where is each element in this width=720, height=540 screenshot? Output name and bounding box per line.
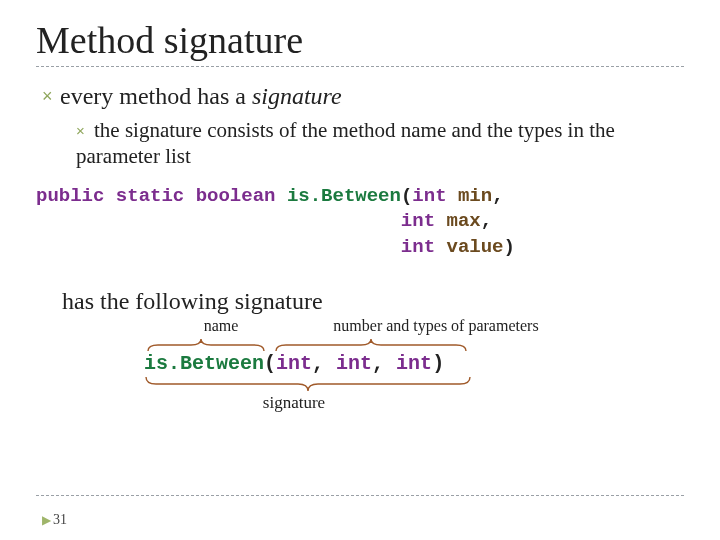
sig-type: int — [396, 352, 432, 375]
bullet2-text: the signature consists of the method nam… — [76, 118, 615, 168]
bullet1-text-pre: every method has a — [60, 83, 252, 109]
code-keyword: boolean — [196, 185, 276, 207]
code-indent — [36, 210, 401, 232]
sig-type: int — [276, 352, 312, 375]
code-keyword: public — [36, 185, 104, 207]
code-param: min — [458, 185, 492, 207]
code-punct: , — [492, 185, 503, 207]
bullet-level2: ×the signature consists of the method na… — [76, 117, 684, 170]
code-type: int — [401, 210, 435, 232]
code-method: is.Between — [287, 185, 401, 207]
sig-method: is.Between — [144, 352, 264, 375]
sub-heading: has the following signature — [62, 288, 684, 315]
footer-divider — [36, 495, 684, 496]
page-arrow-icon: ▶ — [42, 513, 51, 527]
page-number: ▶31 — [42, 512, 67, 528]
title-divider — [36, 66, 684, 67]
bullet-marker-icon: × — [42, 85, 60, 108]
code-type: int — [412, 185, 446, 207]
bottom-brace-icon — [140, 375, 480, 395]
top-braces-icon — [136, 335, 576, 353]
bullet-level1: ×every method has a signature — [42, 81, 684, 111]
page-number-value: 31 — [53, 512, 67, 527]
code-keyword: static — [116, 185, 184, 207]
sig-type: int — [336, 352, 372, 375]
code-indent — [36, 236, 401, 258]
code-punct: , — [481, 210, 492, 232]
code-type: int — [401, 236, 435, 258]
sig-comma: , — [312, 352, 336, 375]
annotation-name-label: name — [156, 317, 286, 335]
slide-title: Method signature — [36, 18, 684, 62]
code-param: value — [446, 236, 503, 258]
annotation-params-label: number and types of parameters — [306, 317, 566, 335]
code-param: max — [446, 210, 480, 232]
code-block: public static boolean is.Between(int min… — [36, 184, 684, 261]
sig-open: ( — [264, 352, 276, 375]
signature-line: is.Between(int, int, int) — [144, 353, 684, 375]
sig-comma: , — [372, 352, 396, 375]
bullet1-text-em: signature — [252, 83, 342, 109]
annotation-labels-row: namenumber and types of parameters — [126, 317, 684, 335]
signature-under-label: signature — [144, 393, 444, 413]
sig-close: ) — [432, 352, 444, 375]
code-punct: ) — [504, 236, 515, 258]
bullet-marker-icon: × — [76, 122, 94, 141]
